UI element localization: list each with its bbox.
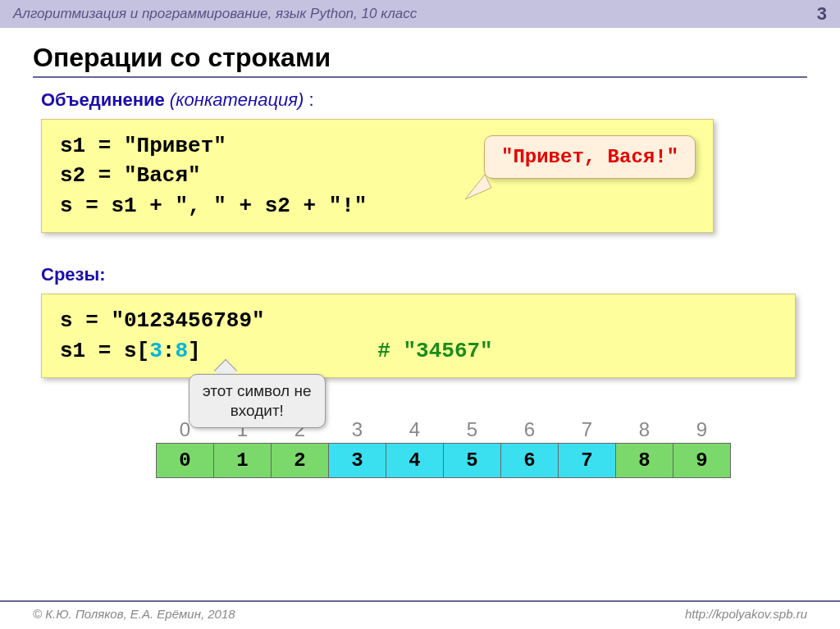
slice-label: Срезы: bbox=[41, 264, 106, 285]
value-cell: 3 bbox=[329, 444, 386, 478]
value-row: 0123456789 bbox=[157, 444, 731, 478]
page-title: Операции со строками bbox=[33, 43, 807, 73]
callout-tail-icon bbox=[462, 170, 495, 203]
section-slice-heading: Срезы: bbox=[41, 264, 807, 285]
concat-ital: (конкатенация) bbox=[165, 89, 309, 110]
footer-bar: © К.Ю. Поляков, Е.А. Ерёмин, 2018 http:/… bbox=[0, 600, 840, 629]
value-cell: 4 bbox=[386, 444, 444, 478]
value-cell: 1 bbox=[214, 444, 272, 478]
index-cell: 8 bbox=[616, 416, 673, 444]
value-cell: 8 bbox=[616, 444, 673, 478]
callout-text: "Привет, Вася!" bbox=[501, 146, 678, 168]
concat-label: Объединение bbox=[41, 89, 165, 110]
code-line: s1 = s[3:8] # "34567" bbox=[60, 336, 777, 366]
code-comment: # "34567" bbox=[377, 339, 492, 363]
index-cell: 6 bbox=[501, 416, 559, 444]
svg-marker-0 bbox=[465, 175, 491, 199]
code-line: s = s1 + ", " + s2 + "!" bbox=[60, 191, 695, 221]
header-bar: Алгоритмизация и программирование, язык … bbox=[0, 0, 840, 28]
code-box-slice: s = "0123456789" s1 = s[3:8] # "34567" bbox=[41, 294, 796, 378]
section-concat-heading: Объединение (конкатенация) : bbox=[41, 89, 807, 111]
note-bubble: этот символ не входит! bbox=[189, 374, 326, 428]
footer-right: http://kpolyakov.spb.ru bbox=[685, 607, 807, 621]
page-number: 3 bbox=[817, 3, 827, 25]
value-cell: 5 bbox=[444, 444, 501, 478]
index-cell: 5 bbox=[444, 416, 501, 444]
concat-colon: : bbox=[308, 89, 313, 110]
value-cell: 2 bbox=[272, 444, 329, 478]
note-line: входит! bbox=[203, 401, 312, 421]
index-cell: 4 bbox=[386, 416, 444, 444]
code-line: s = "0123456789" bbox=[60, 306, 777, 335]
value-cell: 7 bbox=[559, 444, 616, 478]
value-cell: 6 bbox=[501, 444, 559, 478]
index-cell: 9 bbox=[673, 416, 731, 444]
value-cell: 0 bbox=[157, 444, 214, 478]
note-line: этот символ не bbox=[203, 381, 312, 401]
breadcrumb: Алгоритмизация и программирование, язык … bbox=[13, 6, 417, 22]
result-callout: "Привет, Вася!" bbox=[484, 135, 696, 179]
index-cell: 3 bbox=[329, 416, 386, 444]
title-rule bbox=[33, 76, 807, 78]
footer-left: © К.Ю. Поляков, Е.А. Ерёмин, 2018 bbox=[33, 607, 235, 621]
value-cell: 9 bbox=[673, 444, 731, 478]
index-cell: 7 bbox=[559, 416, 616, 444]
